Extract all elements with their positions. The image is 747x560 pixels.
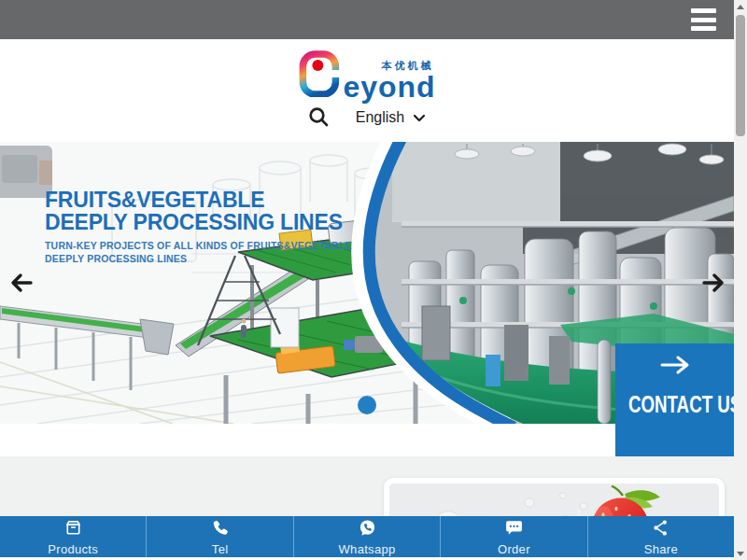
top-bar	[0, 0, 734, 39]
arrow-right-icon	[704, 275, 722, 290]
bottom-nav-whatsapp[interactable]: Whatsapp	[293, 516, 440, 557]
hero-copy: FRUITS&VEGETABLE DEEPLY PROCESSING LINES…	[45, 189, 352, 266]
arrow-right-icon	[615, 354, 734, 380]
scrollbar-up-button[interactable]	[734, 0, 747, 13]
header-tools: English	[0, 106, 734, 128]
logo[interactable]: 本优机械 eyond	[298, 50, 435, 101]
bottom-nav-label: Tel	[212, 542, 229, 556]
hero-title-line2: DEEPLY PROCESSING LINES	[45, 211, 352, 233]
chevron-down-icon	[413, 109, 426, 126]
bottom-nav-label: Share	[644, 542, 678, 556]
arrow-left-icon	[13, 275, 31, 290]
beyond-b-logo-mark	[298, 50, 341, 101]
products-box-icon	[63, 518, 83, 540]
bottom-nav-label: Order	[498, 542, 530, 556]
bottom-nav-label: Products	[48, 542, 98, 556]
contact-us-label: CONTACT US!	[628, 390, 721, 419]
bottom-nav-share[interactable]: Share	[587, 516, 734, 557]
language-selected-label: English	[356, 109, 404, 126]
bottom-nav-order[interactable]: Order	[440, 516, 586, 557]
scrollbar-thumb[interactable]	[736, 15, 745, 136]
hero-subtitle-line2: DEEPLY PROCESSING LINES	[45, 253, 352, 266]
contact-us-button[interactable]: CONTACT US!	[615, 343, 734, 456]
bottom-nav-products[interactable]: Products	[0, 516, 146, 557]
carousel-next-button[interactable]	[701, 271, 726, 295]
scrollbar-down-button[interactable]	[734, 547, 747, 560]
whatsapp-icon	[358, 518, 377, 540]
hamburger-menu-icon[interactable]	[691, 8, 716, 31]
triangle-down-icon	[737, 552, 744, 556]
share-icon	[651, 518, 670, 540]
scrollbar-track[interactable]	[734, 0, 747, 560]
language-selector[interactable]: English	[356, 109, 426, 126]
triangle-up-icon	[737, 5, 744, 9]
carousel-dot-active[interactable]	[358, 396, 376, 414]
chat-bubble-icon	[504, 518, 524, 540]
logo-chinese-text: 本优机械	[382, 59, 434, 73]
hero-subtitle-line1: TURN-KEY PROJECTS OF ALL KINDS OF FRUITS…	[45, 240, 352, 253]
phone-icon	[210, 518, 230, 540]
bottom-nav: Products Tel Whatsapp	[0, 516, 734, 557]
search-icon[interactable]	[308, 106, 330, 128]
header: 本优机械 eyond English	[0, 39, 734, 142]
carousel-prev-button[interactable]	[9, 271, 34, 295]
bottom-nav-tel[interactable]: Tel	[146, 516, 292, 557]
page: 本优机械 eyond English	[0, 0, 747, 560]
hero-title-line1: FRUITS&VEGETABLE	[45, 189, 352, 211]
bottom-nav-label: Whatsapp	[339, 542, 396, 556]
logo-brand-text: eyond	[343, 70, 435, 104]
